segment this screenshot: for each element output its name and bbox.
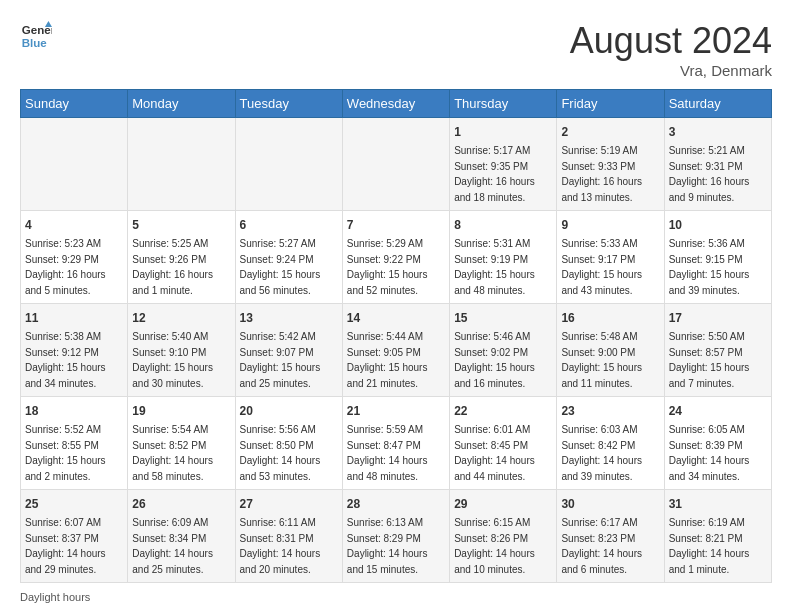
calendar-cell: 23Sunrise: 6:03 AMSunset: 8:42 PMDayligh… [557,397,664,490]
calendar-cell: 15Sunrise: 5:46 AMSunset: 9:02 PMDayligh… [450,304,557,397]
page-header: General Blue August 2024 Vra, Denmark [20,20,772,79]
calendar-cell [21,118,128,211]
calendar-week-row: 25Sunrise: 6:07 AMSunset: 8:37 PMDayligh… [21,490,772,583]
day-number: 28 [347,495,445,513]
day-info: Sunrise: 5:40 AMSunset: 9:10 PMDaylight:… [132,329,230,391]
calendar-cell: 22Sunrise: 6:01 AMSunset: 8:45 PMDayligh… [450,397,557,490]
day-info: Sunrise: 6:11 AMSunset: 8:31 PMDaylight:… [240,515,338,577]
calendar-cell: 31Sunrise: 6:19 AMSunset: 8:21 PMDayligh… [664,490,771,583]
calendar-cell: 28Sunrise: 6:13 AMSunset: 8:29 PMDayligh… [342,490,449,583]
header-day-wednesday: Wednesday [342,90,449,118]
calendar-cell: 5Sunrise: 5:25 AMSunset: 9:26 PMDaylight… [128,211,235,304]
header-day-friday: Friday [557,90,664,118]
calendar-header-row: SundayMondayTuesdayWednesdayThursdayFrid… [21,90,772,118]
day-info: Sunrise: 6:01 AMSunset: 8:45 PMDaylight:… [454,422,552,484]
day-number: 10 [669,216,767,234]
title-block: August 2024 Vra, Denmark [570,20,772,79]
day-number: 3 [669,123,767,141]
day-number: 17 [669,309,767,327]
day-number: 30 [561,495,659,513]
header-day-thursday: Thursday [450,90,557,118]
day-info: Sunrise: 5:21 AMSunset: 9:31 PMDaylight:… [669,143,767,205]
day-info: Sunrise: 5:29 AMSunset: 9:22 PMDaylight:… [347,236,445,298]
calendar-cell [342,118,449,211]
day-number: 27 [240,495,338,513]
calendar-cell: 16Sunrise: 5:48 AMSunset: 9:00 PMDayligh… [557,304,664,397]
header-day-sunday: Sunday [21,90,128,118]
calendar-cell: 2Sunrise: 5:19 AMSunset: 9:33 PMDaylight… [557,118,664,211]
calendar-table: SundayMondayTuesdayWednesdayThursdayFrid… [20,89,772,583]
calendar-cell: 29Sunrise: 6:15 AMSunset: 8:26 PMDayligh… [450,490,557,583]
calendar-week-row: 11Sunrise: 5:38 AMSunset: 9:12 PMDayligh… [21,304,772,397]
calendar-week-row: 1Sunrise: 5:17 AMSunset: 9:35 PMDaylight… [21,118,772,211]
day-info: Sunrise: 5:54 AMSunset: 8:52 PMDaylight:… [132,422,230,484]
day-info: Sunrise: 6:13 AMSunset: 8:29 PMDaylight:… [347,515,445,577]
calendar-cell: 27Sunrise: 6:11 AMSunset: 8:31 PMDayligh… [235,490,342,583]
day-number: 8 [454,216,552,234]
day-number: 1 [454,123,552,141]
day-info: Sunrise: 6:15 AMSunset: 8:26 PMDaylight:… [454,515,552,577]
day-info: Sunrise: 5:23 AMSunset: 9:29 PMDaylight:… [25,236,123,298]
day-number: 2 [561,123,659,141]
day-info: Sunrise: 6:03 AMSunset: 8:42 PMDaylight:… [561,422,659,484]
location: Vra, Denmark [570,62,772,79]
day-number: 4 [25,216,123,234]
calendar-cell: 21Sunrise: 5:59 AMSunset: 8:47 PMDayligh… [342,397,449,490]
day-number: 14 [347,309,445,327]
day-info: Sunrise: 6:19 AMSunset: 8:21 PMDaylight:… [669,515,767,577]
day-number: 12 [132,309,230,327]
day-number: 7 [347,216,445,234]
calendar-cell [235,118,342,211]
logo-icon: General Blue [20,20,52,52]
day-info: Sunrise: 5:42 AMSunset: 9:07 PMDaylight:… [240,329,338,391]
day-number: 31 [669,495,767,513]
day-info: Sunrise: 5:27 AMSunset: 9:24 PMDaylight:… [240,236,338,298]
calendar-cell: 13Sunrise: 5:42 AMSunset: 9:07 PMDayligh… [235,304,342,397]
day-info: Sunrise: 5:44 AMSunset: 9:05 PMDaylight:… [347,329,445,391]
calendar-cell: 3Sunrise: 5:21 AMSunset: 9:31 PMDaylight… [664,118,771,211]
day-number: 19 [132,402,230,420]
header-day-monday: Monday [128,90,235,118]
day-info: Sunrise: 5:52 AMSunset: 8:55 PMDaylight:… [25,422,123,484]
day-info: Sunrise: 6:07 AMSunset: 8:37 PMDaylight:… [25,515,123,577]
calendar-cell: 30Sunrise: 6:17 AMSunset: 8:23 PMDayligh… [557,490,664,583]
calendar-cell: 4Sunrise: 5:23 AMSunset: 9:29 PMDaylight… [21,211,128,304]
day-number: 15 [454,309,552,327]
calendar-cell: 17Sunrise: 5:50 AMSunset: 8:57 PMDayligh… [664,304,771,397]
calendar-cell: 7Sunrise: 5:29 AMSunset: 9:22 PMDaylight… [342,211,449,304]
day-number: 26 [132,495,230,513]
calendar-cell: 24Sunrise: 6:05 AMSunset: 8:39 PMDayligh… [664,397,771,490]
day-info: Sunrise: 6:09 AMSunset: 8:34 PMDaylight:… [132,515,230,577]
calendar-cell: 14Sunrise: 5:44 AMSunset: 9:05 PMDayligh… [342,304,449,397]
day-info: Sunrise: 5:46 AMSunset: 9:02 PMDaylight:… [454,329,552,391]
day-number: 21 [347,402,445,420]
calendar-cell [128,118,235,211]
day-number: 25 [25,495,123,513]
calendar-cell: 1Sunrise: 5:17 AMSunset: 9:35 PMDaylight… [450,118,557,211]
header-day-saturday: Saturday [664,90,771,118]
calendar-cell: 19Sunrise: 5:54 AMSunset: 8:52 PMDayligh… [128,397,235,490]
day-number: 16 [561,309,659,327]
logo: General Blue [20,20,52,52]
calendar-cell: 20Sunrise: 5:56 AMSunset: 8:50 PMDayligh… [235,397,342,490]
day-info: Sunrise: 5:31 AMSunset: 9:19 PMDaylight:… [454,236,552,298]
calendar-cell: 18Sunrise: 5:52 AMSunset: 8:55 PMDayligh… [21,397,128,490]
footer: Daylight hours [20,591,772,603]
calendar-cell: 10Sunrise: 5:36 AMSunset: 9:15 PMDayligh… [664,211,771,304]
calendar-cell: 9Sunrise: 5:33 AMSunset: 9:17 PMDaylight… [557,211,664,304]
day-number: 11 [25,309,123,327]
calendar-cell: 26Sunrise: 6:09 AMSunset: 8:34 PMDayligh… [128,490,235,583]
calendar-cell: 25Sunrise: 6:07 AMSunset: 8:37 PMDayligh… [21,490,128,583]
day-info: Sunrise: 6:05 AMSunset: 8:39 PMDaylight:… [669,422,767,484]
day-info: Sunrise: 5:17 AMSunset: 9:35 PMDaylight:… [454,143,552,205]
day-info: Sunrise: 5:56 AMSunset: 8:50 PMDaylight:… [240,422,338,484]
day-info: Sunrise: 5:19 AMSunset: 9:33 PMDaylight:… [561,143,659,205]
day-number: 24 [669,402,767,420]
day-number: 9 [561,216,659,234]
day-info: Sunrise: 5:50 AMSunset: 8:57 PMDaylight:… [669,329,767,391]
day-info: Sunrise: 5:59 AMSunset: 8:47 PMDaylight:… [347,422,445,484]
day-number: 23 [561,402,659,420]
calendar-week-row: 4Sunrise: 5:23 AMSunset: 9:29 PMDaylight… [21,211,772,304]
day-number: 6 [240,216,338,234]
day-info: Sunrise: 5:33 AMSunset: 9:17 PMDaylight:… [561,236,659,298]
